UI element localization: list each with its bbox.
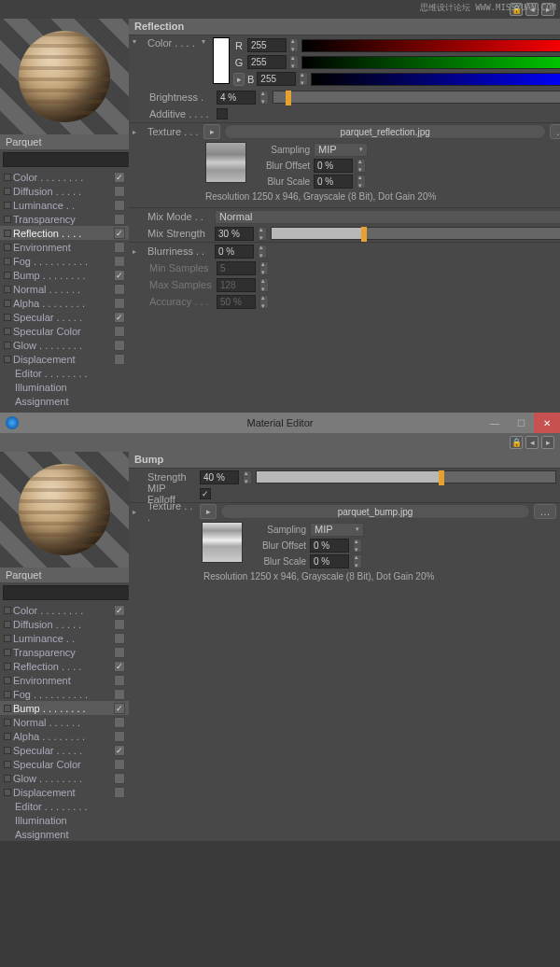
sampling-dropdown[interactable]: MIP▾ [314,143,368,157]
channel-enable-icon[interactable] [4,356,11,363]
channel-enable-icon[interactable] [4,286,11,293]
lock-icon[interactable]: 🔒 [510,436,523,449]
strength-spinner[interactable] [243,470,252,484]
channel-color[interactable]: Color . . . . . . . . [0,603,129,617]
channel-fog[interactable]: Fog . . . . . . . . . . [0,687,129,701]
channel-checkbox[interactable] [114,619,125,630]
channel-enable-icon[interactable] [4,705,11,712]
channel-enable-icon[interactable] [4,300,11,307]
expand-color-icon[interactable]: ▾ [133,37,140,46]
material-preview[interactable] [0,19,129,134]
channel-reflection[interactable]: Reflection . . . . [0,226,129,240]
channel-illumination[interactable]: Illumination [0,380,129,394]
close-button[interactable]: ✕ [534,413,560,433]
blur-offset-input[interactable]: 0 % [310,539,349,553]
channel-alpha[interactable]: Alpha . . . . . . . . [0,296,129,310]
brightness-input[interactable]: 4 % [217,91,256,105]
channel-bump[interactable]: Bump . . . . . . . . [0,701,129,715]
channel-reflection[interactable]: Reflection . . . . [0,659,129,673]
blur-offset-spinner[interactable] [357,159,366,173]
mip-falloff-checkbox[interactable] [200,488,211,499]
material-name[interactable]: Parquet [0,134,129,149]
channel-enable-icon[interactable] [4,761,11,768]
channel-enable-icon[interactable] [4,789,11,796]
channel-checkbox[interactable] [114,340,125,351]
channel-enable-icon[interactable] [4,258,11,265]
r-gradient[interactable] [301,39,560,52]
minimize-button[interactable]: — [482,413,508,433]
channel-assignment[interactable]: Assignment [0,394,129,408]
texture-thumbnail[interactable] [202,522,243,563]
material-preview[interactable] [0,452,129,568]
channel-checkbox[interactable] [114,186,125,197]
channel-enable-icon[interactable] [4,216,11,223]
channel-editor[interactable]: Editor . . . . . . . . [0,799,129,813]
mixstrength-input[interactable]: 30 % [215,227,254,241]
channel-environment[interactable]: Environment [0,240,129,254]
channel-enable-icon[interactable] [4,691,11,698]
expand-texture-icon[interactable]: ▸ [133,128,140,136]
channel-specular-color[interactable]: Specular Color [0,324,129,338]
channel-checkbox[interactable] [114,354,125,365]
blurriness-spinner[interactable] [258,245,267,259]
mixmode-dropdown[interactable]: Normal▾ [215,210,560,224]
channel-enable-icon[interactable] [4,314,11,321]
search-input[interactable] [3,152,133,167]
channel-luminance[interactable]: Luminance . . [0,198,129,212]
search-input[interactable] [3,585,133,600]
b-gradient[interactable] [311,73,560,86]
channel-enable-icon[interactable] [4,202,11,209]
channel-enable-icon[interactable] [4,649,11,656]
channel-checkbox[interactable] [114,689,125,700]
channel-checkbox[interactable] [114,745,125,756]
channel-enable-icon[interactable] [4,677,11,684]
channel-normal[interactable]: Normal . . . . . . [0,715,129,729]
channel-specular[interactable]: Specular . . . . . [0,310,129,324]
expand-texture-icon[interactable]: ▸ [133,508,140,516]
brightness-spinner[interactable] [259,91,269,105]
texture-browse-button[interactable]: … [550,124,560,139]
channel-enable-icon[interactable] [4,747,11,754]
channel-checkbox[interactable] [114,647,125,658]
b-spinner[interactable] [299,72,308,86]
material-name[interactable]: Parquet [0,568,129,582]
channel-displacement[interactable]: Displacement [0,352,129,366]
channel-displacement[interactable]: Displacement [0,785,129,799]
channel-checkbox[interactable] [114,759,125,770]
texture-play-icon[interactable]: ▸ [200,504,217,519]
channel-color[interactable]: Color . . . . . . . . [0,170,129,184]
maximize-button[interactable]: ☐ [508,413,534,433]
mode-toggle-icon[interactable]: ▸ [233,73,245,86]
channel-specular-color[interactable]: Specular Color [0,757,129,771]
g-spinner[interactable] [289,55,299,69]
channel-checkbox[interactable] [114,703,125,714]
channel-illumination[interactable]: Illumination [0,813,129,827]
texture-browse-button[interactable]: … [534,504,556,519]
channel-editor[interactable]: Editor . . . . . . . . [0,366,129,380]
channel-checkbox[interactable] [114,717,125,728]
channel-checkbox[interactable] [114,675,125,686]
channel-normal[interactable]: Normal . . . . . . [0,282,129,296]
blur-scale-spinner[interactable] [357,175,366,189]
channel-diffusion[interactable]: Diffusion . . . . . [0,184,129,198]
texture-play-icon[interactable]: ▸ [203,124,220,139]
channel-assignment[interactable]: Assignment [0,827,129,841]
channel-checkbox[interactable] [114,256,125,267]
channel-fog[interactable]: Fog . . . . . . . . . . [0,254,129,268]
channel-checkbox[interactable] [114,661,125,672]
texture-thumbnail[interactable] [205,142,246,183]
channel-transparency[interactable]: Transparency [0,645,129,659]
channel-enable-icon[interactable] [4,621,11,628]
channel-glow[interactable]: Glow . . . . . . . . [0,771,129,785]
brightness-slider[interactable] [273,91,560,104]
blur-offset-input[interactable]: 0 % [314,159,353,173]
blur-scale-input[interactable]: 0 % [314,175,353,189]
mixstrength-slider[interactable] [271,227,560,240]
color-swatch[interactable] [213,37,230,84]
channel-bump[interactable]: Bump . . . . . . . . [0,268,129,282]
channel-enable-icon[interactable] [4,244,11,251]
texture-path[interactable]: parquet_reflection.jpg [224,124,546,139]
sampling-dropdown[interactable]: MIP▾ [310,523,364,537]
channel-environment[interactable]: Environment [0,673,129,687]
window-titlebar[interactable]: Material Editor — ☐ ✕ [0,413,560,433]
